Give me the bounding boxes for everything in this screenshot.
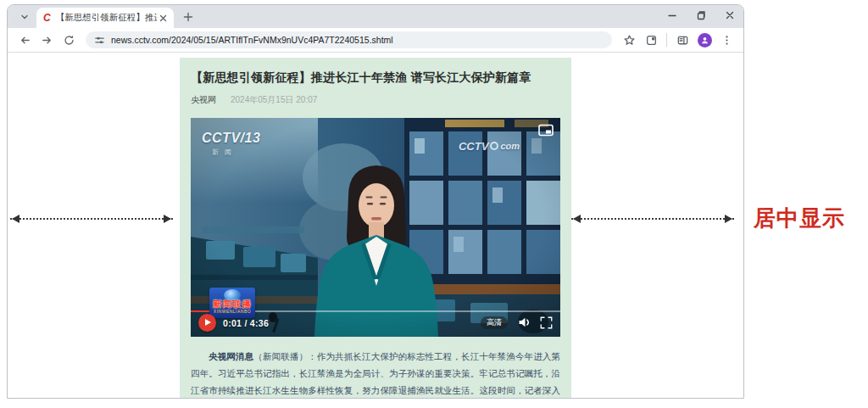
arrow-left-head-icon [569, 215, 581, 223]
arrow-right-head-icon [725, 215, 737, 223]
reading-mode-icon[interactable] [641, 30, 661, 50]
volume-icon[interactable] [518, 316, 531, 332]
screenshot-canvas: C 【新思想引领新征程】推进长 [0, 0, 868, 408]
cctv13-watermark: CCTV/13 新闻 [202, 131, 260, 157]
minimize-button[interactable] [664, 8, 681, 23]
quality-badge[interactable]: 高清 [481, 316, 508, 329]
article-paragraph: 央视网消息（新闻联播）：作为共抓长江大保护的标志性工程，长江十年禁渔今年进入第四… [191, 348, 560, 399]
close-button[interactable] [721, 8, 738, 23]
video-time: 0:01 / 4:36 [223, 318, 269, 328]
picture-in-picture-icon[interactable] [538, 124, 554, 140]
profile-avatar[interactable] [694, 30, 715, 50]
tab-search-chevron-icon[interactable] [14, 8, 35, 25]
reload-button[interactable] [58, 30, 79, 50]
back-button[interactable] [14, 30, 35, 50]
page-viewport: 【新思想引领新征程】推进长江十年禁渔 谱写长江大保护新篇章 央视网 2024年0… [8, 53, 743, 399]
xinwenlianbo-subtitle: XINWENLIANBO [209, 309, 255, 315]
play-icon [205, 319, 211, 326]
browser-window: C 【新思想引领新征程】推进长 [7, 4, 744, 399]
annotation-arrow-left [10, 218, 173, 220]
tab-strip: C 【新思想引领新征程】推进长 [8, 5, 743, 28]
side-panel-icon[interactable] [672, 30, 693, 50]
video-player[interactable]: CCTV/13 新闻 CCTV com [191, 118, 560, 337]
article-title: 【新思想引领新征程】推进长江十年禁渔 谱写长江大保护新篇章 [191, 70, 560, 86]
cctvcom-watermark: CCTV com [459, 140, 520, 153]
article-container: 【新思想引领新征程】推进长江十年禁渔 谱写长江大保护新篇章 央视网 2024年0… [180, 58, 571, 399]
site-controls-icon[interactable] [94, 35, 105, 46]
arrow-right-head-icon [164, 215, 175, 223]
cctv13-watermark-sub: 新闻 [212, 148, 260, 157]
browser-tab[interactable]: C 【新思想引领新征程】推进长 [36, 8, 174, 28]
cctvcom-watermark-right: com [500, 141, 520, 151]
tab-close-icon[interactable] [157, 12, 169, 24]
new-tab-button[interactable] [179, 8, 198, 26]
window-controls [664, 8, 738, 23]
url-text: news.cctv.com/2024/05/15/ARTIflTnFvNMx9n… [111, 35, 393, 45]
xinwenlianbo-logo: 新闻联播 XINWENLIANBO [209, 288, 255, 318]
browser-toolbar: news.cctv.com/2024/05/15/ARTIflTnFvNMx9n… [8, 28, 743, 53]
maximize-button[interactable] [693, 8, 709, 23]
article-source: 央视网 [191, 94, 216, 106]
xinwenlianbo-title: 新闻联播 [209, 299, 255, 309]
bookmark-star-icon[interactable] [619, 30, 639, 50]
arrow-left-head-icon [8, 215, 19, 223]
avatar-icon [698, 33, 712, 48]
url-bar[interactable]: news.cctv.com/2024/05/15/ARTIflTnFvNMx9n… [86, 31, 612, 48]
menu-kebab-icon[interactable] [716, 30, 737, 50]
cctvcom-watermark-left: CCTV [459, 140, 488, 153]
forward-button[interactable] [36, 30, 57, 50]
cctv-favicon-icon: C [43, 13, 51, 23]
article-date: 2024年05月15日 20:07 [231, 94, 317, 106]
article-lead: 央视网消息 [209, 351, 253, 361]
annotation-label: 居中显示 [754, 204, 845, 233]
fullscreen-icon[interactable] [540, 316, 553, 333]
toolbar-divider [666, 33, 667, 47]
play-button[interactable] [198, 314, 216, 332]
annotation-arrow-right [571, 218, 734, 220]
cctv13-watermark-text: CCTV/13 [202, 131, 260, 145]
tab-title: 【新思想引领新征程】推进长 [56, 12, 157, 24]
cctv-swirl-icon [490, 142, 498, 150]
article-byline: 央视网 2024年05月15日 20:07 [191, 94, 560, 106]
